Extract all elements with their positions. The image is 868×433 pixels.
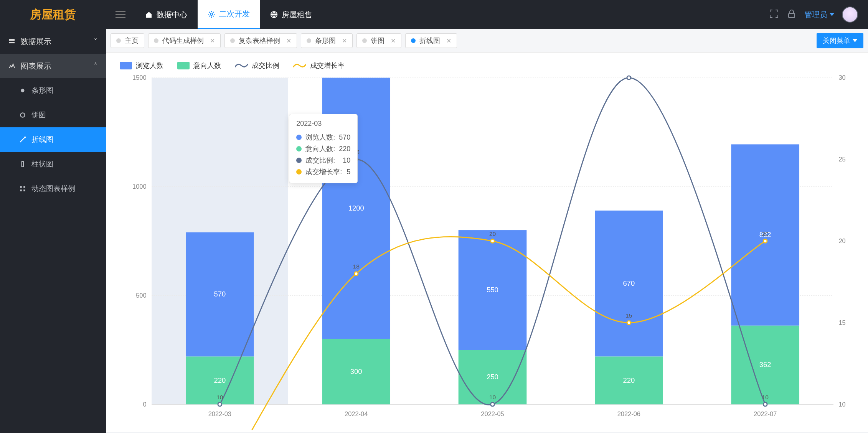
svg-text:1200: 1200 (348, 204, 364, 212)
main-content: 主页代码生成样例✕复杂表格样例✕条形图✕饼图✕折线图✕ 关闭菜单 浏览人数意向人… (106, 29, 868, 433)
svg-text:1500: 1500 (132, 74, 147, 81)
svg-text:300: 300 (350, 367, 362, 375)
sidebar: 数据展示˅图表展示˄条形图饼图折线图柱状图动态图表样例 (0, 29, 106, 433)
svg-text:220: 220 (214, 376, 226, 384)
svg-point-65 (491, 239, 495, 243)
tooltip-value: 220 (339, 145, 350, 153)
brand-logo: 房屋租赁 (0, 0, 106, 29)
avatar[interactable] (842, 7, 858, 23)
close-icon[interactable]: ✕ (391, 37, 396, 44)
tooltip-row: 成交比例:10 (296, 155, 350, 166)
tooltip-row: 浏览人数:570 (296, 132, 350, 143)
svg-rect-10 (20, 189, 22, 191)
item-label: 饼图 (31, 110, 46, 120)
sidebar-group[interactable]: 数据展示˅ (0, 29, 106, 54)
svg-point-55 (491, 402, 495, 406)
svg-text:250: 250 (487, 373, 498, 381)
legend-item[interactable]: 成交增长率 (293, 61, 345, 70)
tab-label: 复杂表格样例 (239, 36, 280, 45)
item-icon (19, 112, 26, 119)
svg-text:2022-06: 2022-06 (617, 410, 640, 417)
nav-label: 数据中心 (157, 10, 187, 20)
svg-text:20: 20 (762, 230, 769, 237)
tooltip-value: 570 (339, 133, 350, 142)
tab[interactable]: 代码生成样例✕ (148, 33, 221, 48)
sidebar-item[interactable]: 动态图表样例 (0, 176, 106, 201)
legend-item[interactable]: 浏览人数 (120, 61, 163, 70)
nav-label: 房屋租售 (282, 10, 312, 20)
tab[interactable]: 饼图✕ (356, 33, 401, 48)
nav-icon (270, 11, 278, 18)
tab-dot (116, 38, 121, 43)
close-menu-button[interactable]: 关闭菜单 (817, 33, 863, 48)
item-label: 柱状图 (31, 159, 53, 169)
top-nav-item[interactable]: 房屋租售 (260, 0, 323, 29)
legend-swatch (177, 62, 190, 69)
nav-icon (208, 10, 215, 18)
tab[interactable]: 主页 (111, 33, 144, 48)
svg-point-0 (210, 13, 213, 15)
group-label: 图表展示 (21, 61, 51, 71)
user-menu[interactable]: 管理员 (804, 10, 834, 20)
close-icon[interactable]: ✕ (446, 37, 451, 44)
tab[interactable]: 条形图✕ (301, 33, 353, 48)
tooltip-title: 2022-03 (296, 120, 350, 128)
svg-text:10: 10 (489, 394, 496, 400)
svg-text:18: 18 (353, 263, 360, 270)
top-header: 房屋租赁 数据中心二次开发房屋租售 管理员 (0, 0, 868, 29)
top-nav-item[interactable]: 数据中心 (135, 0, 198, 29)
sidebar-item[interactable]: 折线图 (0, 127, 106, 152)
legend-item[interactable]: 意向人数 (177, 61, 221, 70)
nav-icon (145, 11, 153, 18)
svg-point-5 (21, 89, 25, 92)
close-icon[interactable]: ✕ (286, 37, 291, 44)
svg-text:20: 20 (838, 237, 845, 244)
tab-label: 饼图 (371, 36, 384, 45)
chart-svg: 05001000150010152025302022-032022-042022… (106, 74, 868, 430)
group-icon (8, 63, 15, 69)
top-nav-item[interactable]: 二次开发 (198, 0, 260, 29)
item-label: 动态图表样例 (31, 184, 75, 194)
svg-text:2022-07: 2022-07 (754, 410, 777, 417)
tooltip-row: 成交增长率:5 (296, 166, 350, 178)
sidebar-group[interactable]: 图表展示˄ (0, 54, 106, 78)
tooltip-dot (296, 135, 302, 140)
svg-text:0: 0 (143, 401, 146, 408)
svg-rect-7 (22, 161, 24, 167)
svg-text:500: 500 (136, 292, 146, 299)
svg-point-6 (20, 113, 25, 117)
sidebar-item[interactable]: 条形图 (0, 78, 106, 103)
close-icon[interactable]: ✕ (342, 37, 347, 44)
chart-tooltip: 2022-03 浏览人数:570意向人数:220成交比例:10成交增长率:5 (289, 114, 358, 183)
tab-dot (362, 38, 367, 43)
svg-rect-9 (23, 186, 25, 188)
sidebar-toggle[interactable] (106, 0, 135, 29)
tab-label: 主页 (125, 36, 139, 45)
tooltip-label: 意向人数: (305, 144, 335, 153)
group-icon (8, 38, 15, 45)
svg-text:2022-03: 2022-03 (208, 410, 231, 417)
svg-text:550: 550 (487, 286, 498, 294)
tab[interactable]: 复杂表格样例✕ (224, 33, 297, 48)
chevron-down-icon (853, 39, 857, 42)
legend-swatch (293, 63, 306, 69)
svg-text:1000: 1000 (132, 183, 147, 190)
svg-text:362: 362 (759, 361, 771, 369)
tab-label: 代码生成样例 (162, 36, 204, 45)
svg-text:10: 10 (838, 401, 845, 408)
svg-point-63 (354, 272, 358, 276)
legend-swatch (120, 62, 132, 69)
tooltip-dot (296, 146, 302, 151)
legend-item[interactable]: 成交比例 (235, 61, 279, 70)
fullscreen-icon[interactable] (769, 9, 779, 21)
svg-point-59 (763, 402, 767, 406)
svg-text:20: 20 (489, 230, 496, 237)
sidebar-item[interactable]: 柱状图 (0, 152, 106, 176)
tab[interactable]: 折线图✕ (405, 33, 457, 48)
close-icon[interactable]: ✕ (210, 37, 215, 44)
lock-icon[interactable] (787, 9, 797, 21)
sidebar-item[interactable]: 饼图 (0, 103, 106, 127)
svg-text:220: 220 (623, 376, 635, 384)
tabs-bar: 主页代码生成样例✕复杂表格样例✕条形图✕饼图✕折线图✕ 关闭菜单 (106, 29, 868, 53)
tooltip-row: 意向人数:220 (296, 143, 350, 155)
